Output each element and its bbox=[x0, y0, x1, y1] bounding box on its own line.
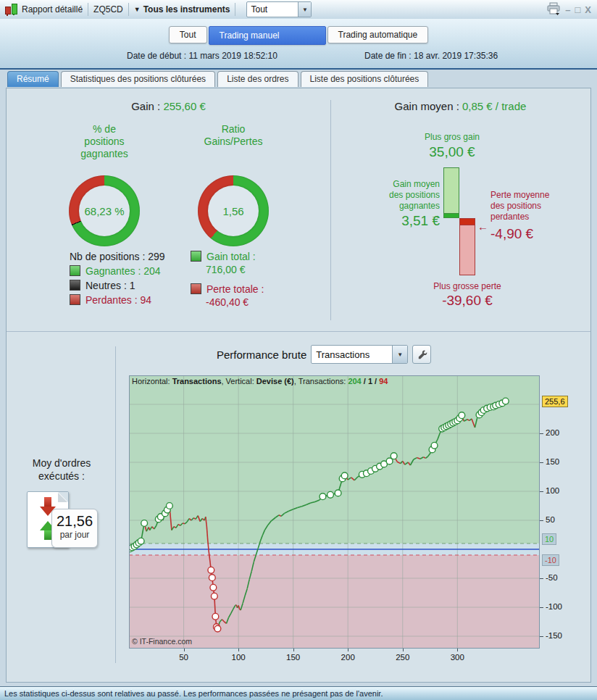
report-window: Rapport détaillé ZQ5CD ▼ Tous les instru… bbox=[0, 0, 597, 700]
y-axis-label: 200 bbox=[546, 428, 559, 437]
gain-moyen-headline: Gain moyen : 0,85 € / trade bbox=[330, 100, 590, 112]
losers-swatch bbox=[70, 294, 80, 305]
avg-loss-bar bbox=[459, 218, 475, 225]
tab-statistics[interactable]: Statistiques des positions clôturées bbox=[61, 71, 215, 87]
avg-orders-value: 21,56 bbox=[52, 513, 97, 530]
legend-losses: 94 bbox=[379, 377, 388, 386]
maximize-button[interactable]: □ bbox=[575, 4, 580, 15]
performance-series-select[interactable]: Transactions ▼ bbox=[311, 345, 408, 364]
max-loss-value: -39,60 € bbox=[419, 293, 515, 309]
tab-positions[interactable]: Liste des positions clôturées bbox=[301, 71, 429, 87]
data-point-marker bbox=[210, 584, 217, 591]
horizontal-divider bbox=[7, 331, 590, 332]
performance-title: Performance brute bbox=[217, 349, 306, 361]
disclaimer-footer: Les statistiques ci-dessus sont relative… bbox=[0, 686, 597, 700]
max-gain-value: 35,00 € bbox=[412, 144, 492, 160]
date-start-value: 11 mars 2019 18:52:10 bbox=[188, 51, 277, 61]
gain-loss-ratio-donut: 1,56 bbox=[198, 175, 269, 246]
y-axis-label: 150 bbox=[546, 457, 559, 466]
gain-moyen-label: Gain moyen : bbox=[395, 100, 459, 112]
y-axis-label: -150 bbox=[546, 631, 562, 640]
mode-button-group: Tout Trading manuel Trading automatique bbox=[0, 26, 597, 45]
data-point-marker bbox=[431, 442, 438, 449]
chevron-down-icon: ▼ bbox=[134, 6, 141, 13]
printer-icon bbox=[546, 2, 561, 15]
dropdown-arrow-icon[interactable]: ▼ bbox=[392, 346, 407, 363]
donut1-title: % de positions gagnantes bbox=[46, 123, 162, 160]
x-axis-tick bbox=[184, 649, 185, 651]
wrench-icon bbox=[417, 349, 427, 360]
vertical-divider bbox=[330, 100, 331, 320]
y-axis-label: -100 bbox=[546, 602, 562, 611]
title-bar: Rapport détaillé ZQ5CD ▼ Tous les instru… bbox=[0, 0, 597, 20]
avg-gain-label: Gain moyen des positions gagnantes bbox=[362, 179, 440, 212]
avg-loss-value: -4,90 € bbox=[490, 226, 570, 242]
tab-bar: Résumé Statistiques des positions clôtur… bbox=[7, 71, 428, 87]
date-start-label: Date de début : bbox=[127, 51, 186, 61]
x-axis-tick bbox=[457, 649, 458, 651]
chart-copyright: © IT-Finance.com bbox=[132, 637, 192, 646]
max-gain-bar bbox=[443, 167, 459, 218]
date-end: Date de fin : 18 avr. 2019 17:35:36 bbox=[364, 51, 498, 61]
date-start: Date de début : 11 mars 2019 18:52:10 bbox=[127, 51, 277, 61]
print-button[interactable] bbox=[546, 2, 561, 17]
y-axis-tick bbox=[540, 433, 543, 434]
x-axis-label: 150 bbox=[284, 653, 303, 662]
gain-value: 255,60 € bbox=[163, 100, 205, 112]
header-zone: Tout Trading manuel Trading automatique … bbox=[0, 19, 597, 70]
y-axis-tick bbox=[540, 636, 543, 637]
data-point-marker bbox=[459, 412, 465, 419]
minimize-button[interactable]: – bbox=[565, 4, 570, 15]
tab-resume[interactable]: Résumé bbox=[7, 71, 59, 87]
gain-total-value: 716,00 € bbox=[206, 264, 264, 277]
last-value-label: 255,6 bbox=[542, 396, 568, 407]
x-axis-tick bbox=[238, 649, 239, 651]
instruments-dropdown[interactable]: Tous les instruments bbox=[143, 4, 230, 14]
filter-select-value: Tout bbox=[247, 4, 298, 14]
loss-total-swatch bbox=[191, 283, 201, 294]
neutral-swatch bbox=[70, 280, 80, 291]
x-axis-label: 300 bbox=[448, 653, 467, 662]
x-axis-label: 200 bbox=[338, 653, 357, 662]
data-point-marker bbox=[138, 538, 144, 544]
neutral-count: Neutres : 1 bbox=[85, 280, 135, 291]
tab-orders[interactable]: Liste des ordres bbox=[217, 71, 298, 87]
instrument-code: ZQ5CD bbox=[93, 4, 123, 14]
window-title: Rapport détaillé bbox=[22, 4, 83, 14]
data-point-marker bbox=[327, 491, 334, 498]
filter-select[interactable]: Tout ▼ bbox=[246, 1, 312, 17]
performance-series-value: Transactions bbox=[312, 349, 392, 360]
x-axis-tick bbox=[348, 649, 348, 651]
data-point-marker bbox=[320, 493, 326, 500]
win-percentage-donut: 68,23 % bbox=[69, 175, 140, 246]
gain-total-label: Gain total : bbox=[206, 251, 256, 262]
mode-button-manual[interactable]: Trading manuel bbox=[209, 26, 326, 45]
data-point-marker bbox=[502, 398, 509, 404]
mode-button-all[interactable]: Tout bbox=[169, 26, 207, 43]
upper-threshold-label: 10 bbox=[542, 533, 556, 545]
y-axis-label: -50 bbox=[546, 573, 558, 582]
max-loss-bar bbox=[459, 218, 475, 275]
x-axis-tick bbox=[403, 649, 404, 651]
y-axis-label: 100 bbox=[546, 486, 559, 495]
positions-legend: Nb de positions : 299 Gagnantes : 204 Ne… bbox=[70, 249, 165, 307]
avg-orders-label: Moy d'ordres exécutés : bbox=[12, 457, 111, 483]
data-point-marker bbox=[208, 567, 214, 573]
down-arrow-icon bbox=[44, 497, 51, 507]
y-axis-tick bbox=[540, 520, 543, 521]
y-axis-tick bbox=[540, 578, 543, 579]
max-gain-label: Plus gros gain bbox=[412, 132, 492, 143]
data-point-marker bbox=[391, 453, 397, 459]
chart-settings-button[interactable] bbox=[412, 345, 431, 364]
data-point-marker bbox=[211, 593, 217, 599]
totals-legend: Gain total : 716,00 € Perte totale : -46… bbox=[191, 249, 264, 309]
mode-button-auto[interactable]: Trading automatique bbox=[327, 26, 429, 43]
close-button[interactable]: X bbox=[585, 4, 591, 15]
nb-positions: Nb de positions : 299 bbox=[70, 251, 165, 262]
performance-header: Performance brute Transactions ▼ bbox=[217, 345, 431, 364]
avg-orders-unit: par jour bbox=[52, 530, 97, 540]
win-percentage-value: 68,23 % bbox=[84, 205, 124, 217]
dropdown-arrow-icon[interactable]: ▼ bbox=[298, 2, 311, 17]
data-point-marker bbox=[167, 503, 173, 509]
loss-total-label: Perte totale : bbox=[206, 283, 264, 295]
